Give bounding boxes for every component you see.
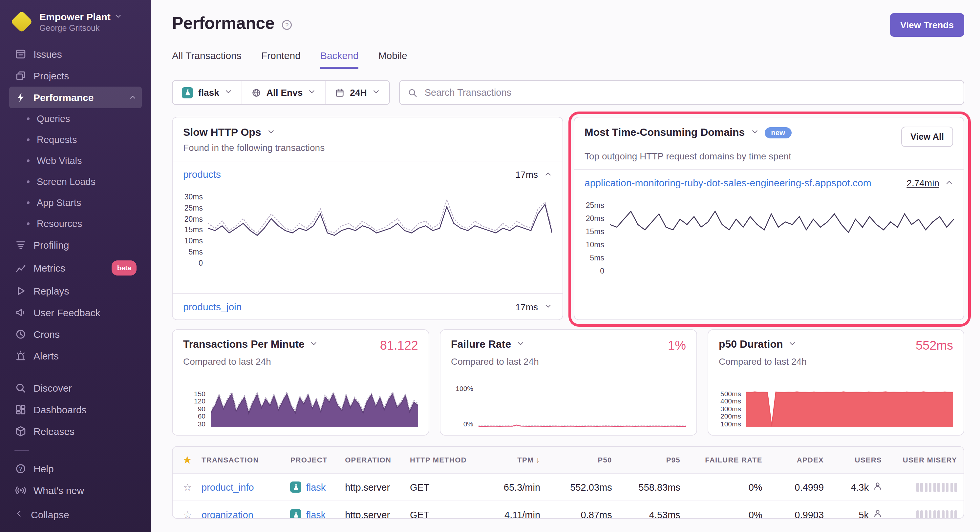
star-toggle-icon[interactable]: ☆ <box>173 502 195 519</box>
transaction-link-products-join[interactable]: products_join <box>183 301 242 312</box>
domains-sparkline <box>609 202 953 276</box>
transaction-link: product_info <box>195 474 284 500</box>
column-header-users[interactable]: Users <box>830 447 888 472</box>
duration-value: 17ms <box>515 169 538 179</box>
project-filter[interactable]: flask <box>173 81 242 104</box>
sidebar-item-crons[interactable]: Crons <box>9 323 142 345</box>
chevron-down-icon <box>310 338 318 350</box>
sidebar-item-requests[interactable]: Requests <box>9 129 142 150</box>
performance-icon <box>14 92 26 103</box>
card-title-menu[interactable]: Transactions Per Minute <box>183 338 318 350</box>
column-header-http-method[interactable]: HTTP Method <box>403 447 472 472</box>
sidebar-item-replays[interactable]: Replays <box>9 280 142 302</box>
time-range-filter[interactable]: 24H <box>325 81 389 104</box>
tab-frontend[interactable]: Frontend <box>261 50 301 69</box>
time-spent-value[interactable]: 2.74min <box>907 178 939 188</box>
chevron-down-icon <box>516 338 524 350</box>
favorites-column-star-icon: ★ <box>173 447 195 473</box>
sidebar-item-projects[interactable]: Projects <box>9 65 142 87</box>
axis-tick-label: 25ms <box>586 202 604 210</box>
transaction-link-product-info[interactable]: product_info <box>202 482 254 492</box>
sidebar-item-user-feedback[interactable]: User Feedback <box>9 302 142 323</box>
sidebar-item-help[interactable]: ?Help <box>9 458 142 480</box>
domains-chart: 25ms20ms15ms10ms5ms0 <box>574 195 964 276</box>
domains-title-menu[interactable]: Most Time-Consuming Domains new <box>584 127 792 138</box>
sidebar-item-performance[interactable]: Performance <box>9 87 142 108</box>
sidebar-collapse[interactable]: Collapse <box>9 504 142 526</box>
bullet-icon <box>27 159 30 162</box>
chevron-up-icon <box>129 91 137 104</box>
sidebar-item-dashboards[interactable]: Dashboards <box>9 399 142 421</box>
card-value: 1% <box>668 338 686 353</box>
search-input[interactable] <box>423 87 956 98</box>
column-header-operation[interactable]: Operation <box>338 447 403 472</box>
environment-filter-label: All Envs <box>267 87 303 98</box>
discover-icon <box>14 382 26 394</box>
p50-cell: 0.87ms <box>547 502 619 519</box>
sidebar-item-profiling[interactable]: Profiling <box>9 234 142 256</box>
project-link[interactable]: flask <box>306 509 326 519</box>
projects-icon <box>14 70 26 82</box>
sidebar-item-releases[interactable]: Releases <box>9 421 142 442</box>
column-header-p50[interactable]: P50 <box>547 447 619 472</box>
help-question-icon[interactable]: ? <box>281 19 293 30</box>
whats-new-icon <box>14 484 26 496</box>
sidebar-item-issues[interactable]: Issues <box>9 43 142 65</box>
slow-http-ops-panel: Slow HTTP Ops Found in the following tra… <box>172 117 563 320</box>
sidebar-item-discover[interactable]: Discover <box>9 377 142 399</box>
sidebar-subitem-label: Requests <box>37 133 77 146</box>
misery-segment <box>920 510 923 519</box>
bullet-icon <box>27 222 30 225</box>
column-header-project[interactable]: Project <box>284 447 339 472</box>
org-switcher[interactable]: Empower Plant George Gritsouk <box>11 11 140 33</box>
tab-mobile[interactable]: Mobile <box>379 50 407 69</box>
column-header-p95[interactable]: P95 <box>619 447 687 472</box>
card-title-menu[interactable]: Failure Rate <box>451 338 524 350</box>
sidebar-item-alerts[interactable]: Alerts <box>9 345 142 367</box>
axis-tick-label: 0% <box>463 420 473 427</box>
tab-all-transactions[interactable]: All Transactions <box>172 50 242 69</box>
environment-filter[interactable]: All Envs <box>242 81 325 104</box>
apdex-cell: 0.9903 <box>769 502 830 519</box>
misery-segment <box>920 483 923 492</box>
star-toggle-icon[interactable]: ☆ <box>173 474 195 500</box>
tab-backend[interactable]: Backend <box>320 50 359 69</box>
sidebar-item-resources[interactable]: Resources <box>9 213 142 234</box>
sidebar-item-queries[interactable]: Queries <box>9 108 142 129</box>
view-trends-button[interactable]: View Trends <box>890 13 964 37</box>
axis-tick-label: 5ms <box>590 255 604 262</box>
project-link[interactable]: flask <box>306 482 326 492</box>
chevron-up-icon[interactable] <box>945 178 953 188</box>
transaction-link-products[interactable]: products <box>183 168 221 180</box>
chevron-up-icon[interactable] <box>544 169 552 179</box>
view-all-button[interactable]: View All <box>901 127 953 147</box>
sidebar-item-metrics[interactable]: Metricsbeta <box>9 256 142 280</box>
slow-http-ops-title-menu[interactable]: Slow HTTP Ops <box>183 127 275 138</box>
axis-tick-label: 200ms <box>721 413 741 419</box>
axis-tick-label: 500ms <box>721 390 741 397</box>
column-header-failure-rate[interactable]: Failure Rate <box>687 447 769 472</box>
column-header-user-misery[interactable]: User Misery <box>888 447 964 472</box>
person-icon <box>873 509 882 519</box>
sidebar-item-web-vitals[interactable]: Web Vitals <box>9 150 142 171</box>
sidebar-item-screen-loads[interactable]: Screen Loads <box>9 171 142 192</box>
card-title-menu[interactable]: p50 Duration <box>719 338 796 350</box>
chevron-down-icon[interactable] <box>544 302 552 312</box>
p95-cell: 4.53ms <box>619 502 687 519</box>
transaction-link: organization <box>195 502 284 519</box>
sidebar-subitem-label: App Starts <box>37 197 81 209</box>
misery-segment <box>950 510 953 519</box>
domain-link[interactable]: application-monitoring-ruby-dot-sales-en… <box>584 177 871 188</box>
column-header-tpm[interactable]: TPM↓ <box>472 447 547 473</box>
sidebar-item-whats-new[interactable]: What's new <box>9 480 142 501</box>
p95-cell: 558.83ms <box>619 474 687 500</box>
column-header-apdex[interactable]: Apdex <box>769 447 830 472</box>
operation-cell: http.server <box>338 502 403 519</box>
sidebar-item-app-starts[interactable]: App Starts <box>9 192 142 213</box>
axis-tick-label: 25ms <box>185 205 203 212</box>
column-header-transaction[interactable]: Transaction <box>195 447 284 472</box>
users-count: 4.3k <box>851 482 869 492</box>
axis-tick-label: 400ms <box>721 398 741 405</box>
sidebar-item-label: Performance <box>33 91 94 104</box>
transaction-link-organization[interactable]: organization <box>202 509 253 519</box>
